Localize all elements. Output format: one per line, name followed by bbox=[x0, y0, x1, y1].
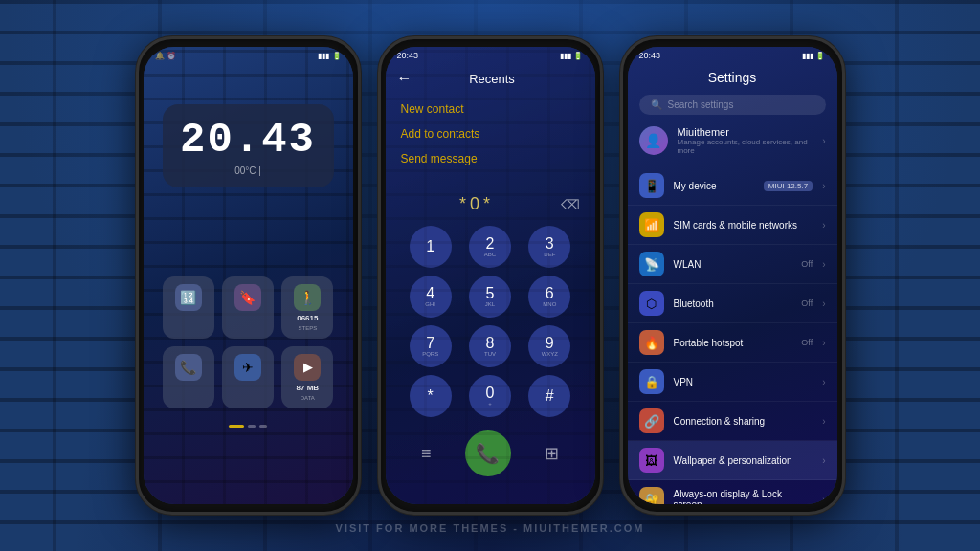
bluetooth-icon: ⬡ bbox=[639, 291, 664, 316]
settings-sim-text: SIM cards & mobile networks bbox=[674, 220, 813, 231]
settings-bluetooth-text: Bluetooth bbox=[674, 298, 792, 309]
settings-connection-sharing[interactable]: 🔗 Connection & sharing › bbox=[628, 402, 837, 441]
nav-dot-3 bbox=[259, 425, 267, 428]
phone-1-screen: 🔔 ⏰ ▮▮▮ 🔋 20.43 00°C | 🔢 🔖 bbox=[144, 47, 353, 504]
clock-temp: 00°C | bbox=[178, 165, 319, 176]
phone-3-time: 20:43 bbox=[639, 51, 661, 60]
phone-3-screen: 20:43 ▮▮▮ 🔋 Settings 🔍 Search settings 👤… bbox=[628, 47, 837, 504]
profile-avatar: 👤 bbox=[639, 126, 668, 155]
settings-wallpaper-text: Wallpaper & personalization bbox=[674, 455, 813, 466]
wlan-value: Off bbox=[801, 259, 813, 269]
settings-my-device-label: My device bbox=[674, 181, 754, 191]
sim-icon: 📶 bbox=[639, 212, 664, 237]
settings-search-bar[interactable]: 🔍 Search settings bbox=[639, 95, 826, 115]
device-chevron: › bbox=[822, 181, 825, 191]
settings-hotspot-text: Portable hotspot bbox=[674, 338, 792, 348]
sim-chevron: › bbox=[822, 220, 825, 231]
settings-list: 📱 My device MIUI 12.5.7 › 📶 SIM cards & … bbox=[628, 163, 837, 504]
app-item-bookmark[interactable]: 🔖 bbox=[222, 276, 274, 339]
profile-sub: Manage accounts, cloud services, and mor… bbox=[678, 138, 813, 155]
nav-dots bbox=[229, 425, 267, 428]
clock-widget: 20.43 00°C | bbox=[163, 104, 334, 187]
data-icon: ▶ bbox=[294, 354, 321, 381]
profile-chevron: › bbox=[822, 136, 825, 146]
settings-wallpaper-label: Wallpaper & personalization bbox=[674, 455, 813, 466]
settings-title: Settings bbox=[628, 64, 837, 91]
wallpaper-chevron: › bbox=[822, 455, 825, 466]
settings-aod-label: Always-on display & Lock screen bbox=[674, 489, 813, 504]
settings-aod[interactable]: 🔐 Always-on display & Lock screen › bbox=[628, 480, 837, 504]
settings-connection-text: Connection & sharing bbox=[674, 416, 813, 427]
app-item-calculator[interactable]: 🔢 bbox=[163, 276, 214, 339]
settings-vpn-label: VPN bbox=[674, 377, 813, 387]
phone-icon: 📞 bbox=[175, 354, 202, 381]
search-icon: 🔍 bbox=[651, 99, 662, 110]
settings-hotspot[interactable]: 🔥 Portable hotspot Off › bbox=[628, 323, 837, 363]
phone-3-status-bar: 20:43 ▮▮▮ 🔋 bbox=[628, 47, 837, 64]
profile-item[interactable]: 👤 Miuithemer Manage accounts, cloud serv… bbox=[628, 119, 837, 163]
phone-2-bg: 20:43 ▮▮▮ 🔋 ← Recents New contact Add to… bbox=[386, 47, 595, 504]
settings-sim[interactable]: 📶 SIM cards & mobile networks › bbox=[628, 206, 837, 245]
miui-version-badge: MIUI 12.5.7 bbox=[764, 181, 813, 191]
bookmark-icon: 🔖 bbox=[234, 284, 261, 311]
phones-container: 🔔 ⏰ ▮▮▮ 🔋 20.43 00°C | 🔢 🔖 bbox=[136, 36, 845, 515]
data-value: 87 MB bbox=[297, 384, 320, 392]
connection-chevron: › bbox=[822, 416, 825, 427]
phone-1: 🔔 ⏰ ▮▮▮ 🔋 20.43 00°C | 🔢 🔖 bbox=[136, 36, 361, 515]
clock-time: 20.43 bbox=[178, 116, 319, 164]
hotspot-icon: 🔥 bbox=[639, 330, 664, 355]
aod-chevron: › bbox=[822, 495, 825, 505]
settings-vpn[interactable]: 🔒 VPN › bbox=[628, 363, 837, 402]
phone-3-bg: 20:43 ▮▮▮ 🔋 Settings 🔍 Search settings 👤… bbox=[628, 47, 837, 504]
watermark: VISIT FOR MORE THEMES - MIUITHEMER.COM bbox=[336, 522, 645, 534]
settings-hotspot-label: Portable hotspot bbox=[674, 338, 792, 348]
settings-sim-label: SIM cards & mobile networks bbox=[674, 220, 813, 231]
nav-dot-active bbox=[229, 425, 244, 428]
phone-2-brick-overlay bbox=[386, 47, 595, 504]
wlan-icon: 📡 bbox=[639, 252, 664, 276]
steps-value: 06615 bbox=[297, 314, 318, 322]
settings-wallpaper[interactable]: 🖼 Wallpaper & personalization › bbox=[628, 441, 837, 480]
connection-icon: 🔗 bbox=[639, 408, 664, 433]
steps-label: STEPS bbox=[298, 325, 317, 331]
wlan-chevron: › bbox=[822, 259, 825, 270]
settings-vpn-text: VPN bbox=[674, 377, 813, 387]
bluetooth-value: Off bbox=[801, 298, 813, 308]
settings-bluetooth-label: Bluetooth bbox=[674, 298, 792, 309]
steps-icon: 🚶 bbox=[294, 284, 321, 311]
vpn-chevron: › bbox=[822, 377, 825, 387]
phone-2-screen: 20:43 ▮▮▮ 🔋 ← Recents New contact Add to… bbox=[386, 47, 595, 504]
hotspot-value: Off bbox=[801, 338, 813, 347]
settings-connection-label: Connection & sharing bbox=[674, 416, 813, 427]
app-item-telegram[interactable]: ✈ bbox=[222, 346, 274, 408]
settings-aod-text: Always-on display & Lock screen bbox=[674, 489, 813, 504]
phone-1-status-time: 🔔 ⏰ bbox=[155, 52, 176, 60]
app-grid: 🔢 🔖 🚶 06615 STEPS 📞 ✈ bbox=[163, 276, 334, 408]
profile-name: Miuithemer bbox=[678, 126, 813, 138]
settings-wlan-text: WLAN bbox=[674, 259, 792, 270]
data-label: DATA bbox=[301, 395, 315, 401]
settings-bluetooth[interactable]: ⬡ Bluetooth Off › bbox=[628, 284, 837, 323]
nav-dot-2 bbox=[248, 425, 256, 428]
phone-1-bg: 🔔 ⏰ ▮▮▮ 🔋 20.43 00°C | 🔢 🔖 bbox=[144, 47, 353, 504]
aod-icon: 🔐 bbox=[639, 487, 664, 504]
settings-wlan[interactable]: 📡 WLAN Off › bbox=[628, 245, 837, 284]
app-item-data[interactable]: ▶ 87 MB DATA bbox=[281, 346, 333, 408]
phone-3: 20:43 ▮▮▮ 🔋 Settings 🔍 Search settings 👤… bbox=[620, 36, 845, 515]
hotspot-chevron: › bbox=[822, 338, 825, 348]
phone-3-status-icons: ▮▮▮ 🔋 bbox=[802, 52, 825, 60]
app-item-phone[interactable]: 📞 bbox=[163, 346, 214, 408]
settings-wlan-label: WLAN bbox=[674, 259, 792, 270]
settings-my-device-text: My device bbox=[674, 181, 754, 191]
phone-2: 20:43 ▮▮▮ 🔋 ← Recents New contact Add to… bbox=[378, 36, 603, 515]
bluetooth-chevron: › bbox=[822, 298, 825, 309]
settings-my-device[interactable]: 📱 My device MIUI 12.5.7 › bbox=[628, 166, 837, 206]
calculator-icon: 🔢 bbox=[175, 284, 202, 311]
wallpaper-icon: 🖼 bbox=[639, 448, 664, 473]
device-icon: 📱 bbox=[639, 173, 664, 198]
vpn-icon: 🔒 bbox=[639, 369, 664, 394]
app-item-steps[interactable]: 🚶 06615 STEPS bbox=[281, 276, 333, 339]
profile-text: Miuithemer Manage accounts, cloud servic… bbox=[678, 126, 813, 155]
search-placeholder: Search settings bbox=[668, 99, 734, 110]
telegram-icon: ✈ bbox=[234, 354, 261, 381]
